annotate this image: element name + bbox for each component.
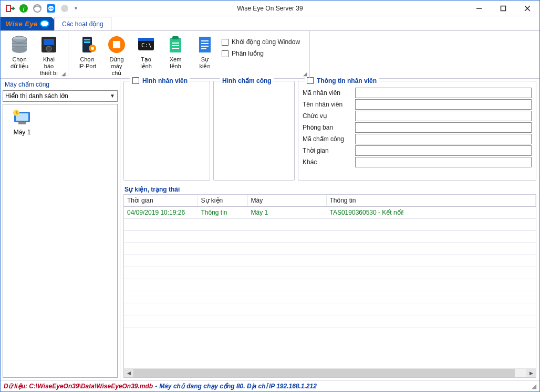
col-event[interactable]: Sự kiện [198, 195, 247, 207]
scroll-left-icon[interactable]: ◀ [124, 369, 133, 377]
choose-data-button[interactable]: Chọn dữ liệu [5, 33, 34, 70]
ribbon-group-server: Chọn IP-Port Dừng máy chủ C:\ Tạo lệnh X… [68, 31, 310, 78]
svg-rect-36 [199, 37, 211, 52]
stop-server-label: Dừng máy chủ [109, 56, 123, 77]
attendance-image-title: Hình chấm công [220, 77, 274, 84]
field-attcode-label: Mã chấm công [303, 135, 355, 143]
declare-device-button[interactable]: Khai báo thiết bị [34, 33, 64, 77]
group-launcher-icon[interactable]: ◢ [60, 71, 67, 77]
field-dept-label: Phòng ban [303, 124, 355, 131]
view-command-button[interactable]: Xem lệnh [161, 33, 190, 70]
scroll-track[interactable] [133, 369, 526, 377]
field-attcode-value[interactable] [355, 134, 532, 144]
events-title: Sự kiện, trạng thái [124, 186, 536, 193]
device-item-label: Máy 1 [14, 129, 31, 136]
table-row: . [124, 218, 536, 230]
table-row: . [124, 267, 536, 279]
field-position-value[interactable] [355, 111, 532, 121]
stop-icon [106, 34, 127, 55]
checkbox-icon[interactable] [307, 77, 314, 84]
stop-server-button[interactable]: Dừng máy chủ [102, 33, 131, 77]
field-code-value[interactable] [355, 88, 532, 98]
col-machine[interactable]: Máy [247, 195, 326, 207]
svg-text:i: i [23, 5, 25, 13]
eye-icon [40, 20, 49, 27]
field-time-value[interactable] [355, 145, 532, 156]
cell-event: Thông tin [198, 206, 247, 218]
field-other-label: Khác [303, 158, 355, 166]
employee-image-panel: Hình nhân viên [123, 81, 210, 181]
tab-activities-label: Các hoạt động [62, 20, 103, 28]
field-dept-value[interactable] [355, 122, 532, 133]
maximize-button[interactable] [491, 1, 515, 16]
checkbox-icon[interactable] [132, 77, 139, 84]
close-button[interactable] [515, 1, 539, 16]
choose-ipport-label: Chọn IP-Port [78, 56, 96, 70]
create-command-button[interactable]: C:\ Tạo lệnh [131, 33, 161, 70]
cmd-icon: C:\ [136, 34, 157, 55]
left-pane: Máy chấm công Hiển thị danh sách lớn ▼ M… [1, 79, 120, 380]
ie-icon[interactable] [31, 2, 44, 15]
window-controls [467, 1, 539, 16]
table-row: . [124, 279, 536, 291]
exit-icon[interactable] [4, 2, 16, 15]
group-launcher-icon[interactable]: ◢ [302, 71, 308, 77]
title-bar: i ▾ Wise Eye On Server 39 [1, 1, 539, 16]
ribbon-group-data: Chọn dữ liệu Khai báo thiết bị ◢ [1, 31, 68, 78]
view-mode-combo[interactable]: Hiển thị danh sách lớn ▼ [3, 90, 118, 102]
events-grid[interactable]: Thời gian Sự kiện Máy Thông tin 04/09/20… [124, 195, 536, 368]
event-label: Sự kiện [199, 56, 210, 70]
body: Máy chấm công Hiển thị danh sách lớn ▼ M… [1, 79, 539, 380]
brand-tab[interactable]: Wise Eye [1, 17, 55, 30]
scroll-right-icon[interactable]: ▶ [526, 369, 536, 377]
cell-machine: Máy 1 [247, 206, 326, 218]
field-name-value[interactable] [355, 99, 532, 110]
threading-checkbox[interactable]: Phân luồng [222, 50, 300, 57]
employee-image-title: Hình nhân viên [130, 77, 190, 84]
table-row: . [124, 255, 536, 267]
top-panels: Hình nhân viên Hình chấm công Thông tin … [123, 81, 536, 181]
scroll-thumb[interactable] [133, 369, 515, 377]
svg-rect-9 [501, 6, 506, 11]
svg-rect-22 [84, 39, 90, 40]
disabled-icon [58, 2, 71, 15]
status-data-path: Dữ liệu: C:\WiseEyeOn39\Data\WiseEyeOn39… [4, 383, 153, 390]
svg-rect-1 [7, 6, 10, 11]
table-row[interactable]: 04/09/2019 10:19:26 Thông tin Máy 1 TAS0… [124, 206, 536, 218]
minimize-button[interactable] [467, 1, 491, 16]
startup-checkbox-label: Khởi động cùng Window [232, 38, 300, 46]
event-button[interactable]: Sự kiện [190, 33, 220, 70]
field-code-label: Mã nhân viên [303, 89, 355, 97]
field-other-value[interactable] [355, 157, 532, 167]
teamviewer-icon[interactable] [45, 2, 57, 15]
device-item[interactable]: Máy 1 [6, 108, 38, 136]
status-bar: Dữ liệu: C:\WiseEyeOn39\Data\WiseEyeOn39… [1, 380, 539, 391]
checkbox-icon [222, 50, 229, 57]
table-row: . [124, 303, 536, 315]
database-icon [9, 34, 30, 55]
svg-point-25 [91, 47, 94, 50]
resize-grip-icon[interactable]: ◢ [532, 383, 536, 390]
declare-device-label: Khai báo thiết bị [40, 56, 58, 77]
col-info[interactable]: Thông tin [326, 195, 536, 207]
device-list[interactable]: Máy 1 [3, 104, 118, 378]
qat-dropdown-icon[interactable]: ▾ [72, 2, 79, 15]
right-pane: Hình nhân viên Hình chấm công Thông tin … [120, 79, 539, 380]
svg-rect-19 [44, 39, 54, 45]
horizontal-scrollbar[interactable]: ◀ ▶ [124, 368, 536, 377]
server-icon [77, 34, 98, 55]
field-position-label: Chức vụ [303, 112, 355, 120]
tab-activities[interactable]: Các hoạt động [54, 17, 111, 30]
svg-rect-29 [138, 38, 154, 41]
window-title: Wise Eye On Server 39 [1, 5, 539, 12]
events-table: Thời gian Sự kiện Máy Thông tin 04/09/20… [124, 195, 536, 327]
field-time-label: Thời gian [303, 147, 355, 154]
col-time[interactable]: Thời gian [124, 195, 198, 207]
choose-ipport-button[interactable]: Chọn IP-Port [72, 33, 102, 70]
quick-access-toolbar: i ▾ [1, 2, 79, 15]
table-header-row: Thời gian Sự kiện Máy Thông tin [124, 195, 536, 207]
info-icon[interactable]: i [17, 2, 30, 15]
table-row: . [124, 230, 536, 242]
startup-checkbox[interactable]: Khởi động cùng Window [222, 38, 300, 46]
view-mode-value: Hiển thị danh sách lớn [5, 92, 68, 100]
